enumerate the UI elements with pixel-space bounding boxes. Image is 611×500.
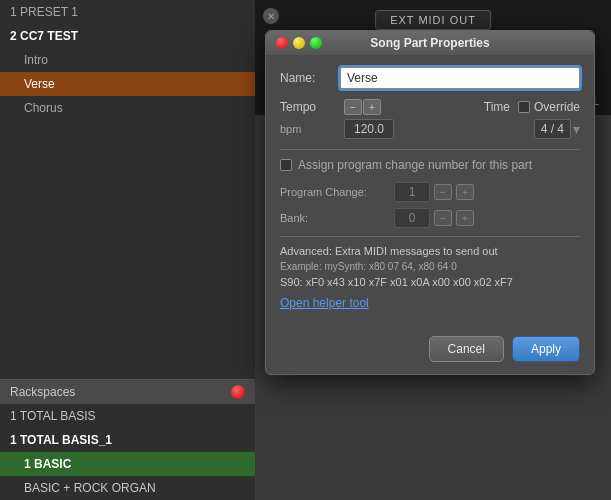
rack-list: 1 TOTAL BASIS 1 TOTAL BASIS_1 1 BASIC BA… (0, 404, 255, 500)
program-change-value: 1 (394, 182, 430, 202)
instrument-banner: EXT MIDI OUT (375, 10, 491, 30)
midi-text: S90: xF0 x43 x10 x7F x01 x0A x00 x00 x02… (280, 276, 580, 288)
divider-1 (280, 149, 580, 150)
close-button[interactable] (276, 37, 288, 49)
tempo-down-button[interactable]: − (344, 99, 362, 115)
rack-item-1[interactable]: 1 TOTAL BASIS (0, 404, 255, 428)
dialog-title: Song Part Properties (370, 36, 489, 50)
dialog-footer: Cancel Apply (266, 336, 594, 374)
pgm-up-button[interactable]: + (456, 184, 474, 200)
rack-item-3[interactable]: 1 BASIC (0, 452, 255, 476)
helper-tool-link[interactable]: Open helper tool (280, 296, 369, 310)
apply-button[interactable]: Apply (512, 336, 580, 362)
traffic-lights (276, 37, 322, 49)
time-sig-dropdown[interactable]: ▾ (573, 121, 580, 137)
close-instrument-button[interactable]: ✕ (263, 8, 279, 24)
right-panel: ✕ EXT MIDI OUT Transp... S90 VOL Song Pa… (255, 0, 611, 500)
preset-item-chorus[interactable]: Chorus (0, 96, 255, 120)
bank-label: Bank: (280, 212, 390, 224)
rackspaces-dot (231, 385, 245, 399)
name-row: Name: (280, 67, 580, 89)
name-label: Name: (280, 71, 340, 85)
time-sig-value[interactable]: 4 / 4 (534, 119, 571, 139)
bpm-row: bpm 120.0 4 / 4 ▾ (280, 119, 580, 139)
tempo-row: Tempo − + Time Override (280, 99, 580, 115)
time-sig-area: 4 / 4 ▾ (534, 119, 580, 139)
assign-checkbox[interactable] (280, 159, 292, 171)
example-text: Example: mySynth: x80 07 64, x80 64 0 (280, 261, 580, 272)
tempo-label: Tempo (280, 100, 340, 114)
preset-list: 1 PRESET 1 2 CC7 TEST Intro Verse Chorus (0, 0, 255, 379)
override-check: Override (518, 100, 580, 114)
override-label: Override (534, 100, 580, 114)
dialog-titlebar: Song Part Properties (266, 31, 594, 55)
preset-item-intro[interactable]: Intro (0, 48, 255, 72)
override-checkbox[interactable] (518, 101, 530, 113)
preset-item-2[interactable]: 2 CC7 TEST (0, 24, 255, 48)
advanced-label: Advanced: Extra MIDI messages to send ou… (280, 245, 580, 257)
divider-2 (280, 236, 580, 237)
assign-row: Assign program change number for this pa… (280, 158, 580, 172)
bank-row: Bank: 0 − + (280, 208, 580, 228)
rack-item-2[interactable]: 1 TOTAL BASIS_1 (0, 428, 255, 452)
rackspaces-label: Rackspaces (10, 385, 75, 399)
bpm-label: bpm (280, 123, 340, 135)
song-part-properties-dialog: Song Part Properties Name: Tempo − + Tim… (265, 30, 595, 375)
cancel-button[interactable]: Cancel (429, 336, 504, 362)
minimize-button[interactable] (293, 37, 305, 49)
pgm-down-button[interactable]: − (434, 184, 452, 200)
left-panel: 1 PRESET 1 2 CC7 TEST Intro Verse Chorus… (0, 0, 255, 500)
tempo-up-button[interactable]: + (363, 99, 381, 115)
time-label: Time (484, 100, 510, 114)
maximize-button[interactable] (310, 37, 322, 49)
name-input[interactable] (340, 67, 580, 89)
bpm-value[interactable]: 120.0 (344, 119, 394, 139)
program-change-label: Program Change: (280, 186, 390, 198)
rackspaces-header: Rackspaces (0, 379, 255, 404)
tempo-stepper: − + (344, 99, 381, 115)
preset-item-1[interactable]: 1 PRESET 1 (0, 0, 255, 24)
assign-label: Assign program change number for this pa… (298, 158, 532, 172)
preset-item-verse[interactable]: Verse (0, 72, 255, 96)
bank-up-button[interactable]: + (456, 210, 474, 226)
bank-value: 0 (394, 208, 430, 228)
dialog-body: Name: Tempo − + Time Override bpm 120. (266, 55, 594, 336)
bank-down-button[interactable]: − (434, 210, 452, 226)
program-change-row: Program Change: 1 − + (280, 182, 580, 202)
rack-item-4[interactable]: BASIC + ROCK ORGAN (0, 476, 255, 500)
